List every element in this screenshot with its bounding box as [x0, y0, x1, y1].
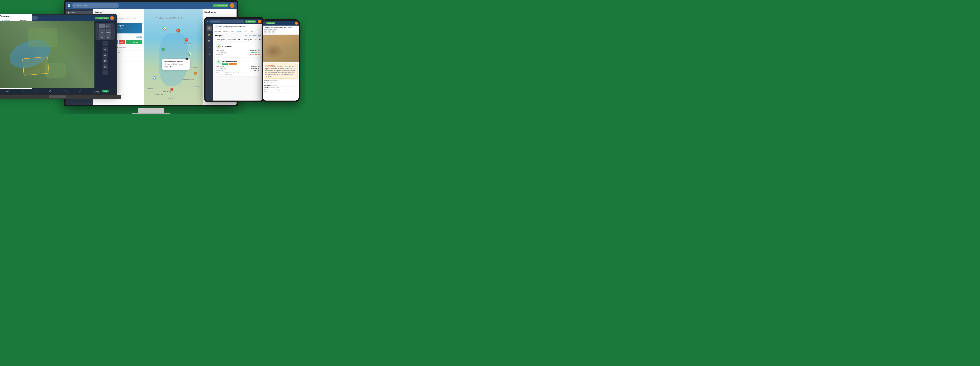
popup-stat-2: ■ 4 [169, 66, 173, 68]
set-length-button[interactable]: ↔ Set Length [63, 90, 69, 93]
tool-text[interactable]: T Text [105, 34, 111, 39]
tablet-map-icon[interactable]: 🗺 [207, 38, 212, 43]
budget-well-icon: 🔧 [216, 59, 221, 64]
well-total-label: Total Budget [216, 66, 224, 67]
tab-details[interactable]: Details [222, 30, 229, 33]
due-date-value: 2021-10-16 [270, 82, 276, 83]
phone-project-title: Environmental - ESA-3412 [271, 27, 292, 29]
zoom-in-button[interactable]: + [103, 41, 108, 46]
laptop-touchpad [49, 96, 66, 98]
tablet-home-icon[interactable]: 🏠 [207, 26, 212, 31]
phone-note-link[interactable]: Here to let it be [285, 68, 295, 69]
marker-9[interactable] [153, 76, 156, 79]
tablet-create-button[interactable]: + Create Project [245, 21, 256, 22]
tool-point[interactable]: • Point [99, 34, 105, 39]
layers-button[interactable]: ⊞ [103, 58, 108, 64]
tool-line[interactable]: ╱ Line [99, 24, 105, 28]
rotate-button[interactable]: ↺ [103, 53, 108, 58]
tab-summary[interactable]: Summary [213, 30, 222, 33]
filter-year-select[interactable]: Filter by Year - 2021 [242, 38, 262, 41]
location-button[interactable]: ◎ [103, 64, 108, 69]
remaining-label: Remaining [216, 54, 223, 55]
cost-label: Cost Spendings [216, 52, 226, 53]
popup-stats: Ir 19 ■ 4 [164, 66, 188, 68]
tablet-project-id-row: 1-20-8758 1-20-8758 M3 monitoring projec… [215, 26, 261, 27]
marker-3[interactable]: 13 [185, 38, 188, 42]
priority-value: Always low & fatal [269, 87, 279, 88]
style-label: Style [49, 91, 52, 93]
marker-1[interactable]: ● [163, 27, 166, 30]
phone-action-1[interactable]: 👁 [264, 30, 267, 34]
popup-close[interactable]: × [186, 58, 188, 60]
budget-card-total: 💰 Total Budget Total Budget $2,502,510.4… [215, 42, 261, 57]
phone-project-actions: 👁 ✏ ⊕ [264, 30, 298, 34]
cancel-button[interactable]: Cancel [92, 90, 101, 93]
undo-button[interactable]: ↺ Undo [22, 90, 25, 93]
phone-screen: ☰ + Create Project T ESA-3412 Environmen… [263, 21, 299, 101]
point-label: Point [101, 37, 103, 38]
budget-card-well: 🔧 Well Abandonment ACTIVE fiscal year [215, 58, 261, 76]
marker-4[interactable]: ● [162, 48, 165, 51]
map-label-crockett: Crockett [147, 88, 154, 90]
phone-note-1: File description During yesterday inspec… [264, 64, 298, 78]
laptop-user-avatar[interactable]: T [110, 16, 114, 20]
add-lines-icon: + [8, 90, 9, 91]
tab-team[interactable]: Team [248, 30, 255, 33]
text-label: Text [107, 37, 109, 38]
redo-icon: ↻ [37, 90, 38, 91]
phone-create-button[interactable]: + Create Project [266, 22, 275, 24]
tablet-tasks-icon[interactable]: ✓ [207, 45, 212, 50]
redo-button[interactable]: ↻ Redo [35, 90, 38, 93]
tool-circle[interactable]: ○ Circle [99, 29, 105, 34]
tool-rectangle[interactable]: ▭ Rectangle [105, 29, 111, 34]
tab-files[interactable]: Files [243, 30, 248, 33]
filter-type-select[interactable]: Filter by type - Active budgets [215, 38, 241, 41]
tablet-settings-icon[interactable]: ⚙ [207, 51, 212, 56]
phone-note-text: During yesterday inspection I found that… [265, 66, 296, 78]
monitor-stand-base [132, 113, 170, 114]
polygon-highlight [22, 56, 49, 76]
phone-menu-icon[interactable]: ☰ [264, 22, 265, 24]
add-budget-button[interactable]: + Add Budget [252, 35, 261, 37]
tablet-search-placeholder: Search here [213, 21, 220, 22]
marker-2[interactable]: 21 [177, 29, 180, 32]
polygon-user-value: David Mathews [269, 80, 278, 81]
tablet-projects-icon[interactable]: 📁 [207, 32, 212, 37]
budget-total-icon: 💰 [216, 44, 221, 49]
zoom-out-button[interactable]: − [103, 47, 108, 52]
phone-avatar[interactable]: T [295, 22, 298, 25]
well-meta: AFS Number AF5-R040 AFS Start for Petiti… [216, 72, 259, 75]
afs-date: AFS Start for Petitions Approval Date 16… [225, 72, 246, 75]
laptop-create-label: + Create Project [97, 18, 107, 19]
monitor-search-bar[interactable]: 🔍 Search here [72, 3, 119, 8]
tablet-avatar[interactable]: T [258, 20, 261, 23]
fiscal-badge: fiscal year [229, 63, 237, 65]
tablet-search-bar[interactable]: 🔍 Search here [209, 20, 244, 23]
save-button[interactable]: Save [102, 90, 109, 93]
marker-6[interactable]: ✓ [188, 53, 191, 55]
tablet-menu-icon[interactable]: ☰ [207, 21, 208, 22]
create-project-button[interactable]: + Create Project [213, 4, 229, 7]
phone-action-3[interactable]: ⊕ [272, 30, 275, 34]
laptop-screen: ☰ 🔍 Search here + Create Project T Comme… [0, 15, 116, 94]
export-button[interactable]: ⤓ [103, 70, 108, 75]
marker-7[interactable]: ● [194, 72, 197, 75]
view-all-link[interactable]: View all [136, 36, 142, 38]
phone-action-2[interactable]: ✏ [268, 30, 271, 34]
line-icon: ╱ [102, 25, 102, 26]
tab-tasks[interactable]: Tasks [229, 30, 235, 33]
laptop-create-button[interactable]: + Create Project [95, 17, 109, 19]
add-lines-button[interactable]: + Add lines [6, 90, 11, 93]
set-length-icon: ↔ [65, 90, 66, 91]
hold-button[interactable]: ⊙ Hold [80, 90, 82, 93]
phone-meta-polygon: Polygon David Mathews [264, 80, 298, 82]
hamburger-icon[interactable]: ☰ [68, 4, 70, 7]
circle-icon: ○ [102, 30, 102, 31]
tool-polygon[interactable]: ⬡ Polygon [105, 24, 111, 28]
marker-8[interactable]: ● [170, 88, 173, 91]
tab-budget[interactable]: Budget [235, 30, 243, 33]
add-cost-button[interactable]: Add Cost [245, 35, 251, 37]
user-avatar[interactable]: T [230, 3, 234, 8]
style-button[interactable]: ◈ Style [49, 90, 52, 93]
phone-notch [275, 19, 286, 21]
